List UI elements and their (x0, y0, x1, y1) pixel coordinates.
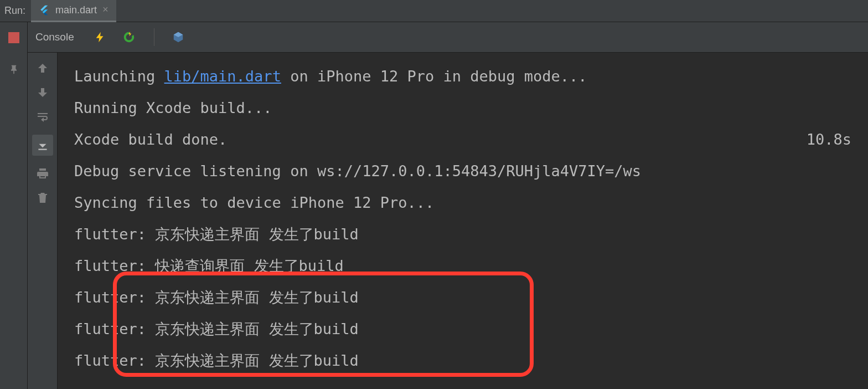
scroll-to-end-button[interactable] (32, 135, 53, 156)
console-gutter (28, 53, 58, 389)
run-tab[interactable]: main.dart × (31, 0, 116, 22)
console-line: Launching lib/main.dart on iPhone 12 Pro… (74, 60, 851, 92)
flutter-icon (39, 4, 50, 16)
console-line: Xcode build done.10.8s (74, 124, 851, 155)
hot-restart-icon[interactable] (122, 30, 136, 44)
console-line: Running Xcode build... (74, 92, 851, 124)
soft-wrap-icon[interactable] (36, 110, 49, 124)
left-gutter (0, 22, 28, 389)
text: on iPhone 12 Pro in debug mode... (281, 68, 587, 85)
text: Launching (74, 68, 164, 85)
pin-icon[interactable] (8, 64, 19, 75)
close-icon[interactable]: × (102, 4, 108, 16)
console-line: flutter: 京东快递主界面 发生了build (74, 313, 851, 345)
console-output[interactable]: Launching lib/main.dart on iPhone 12 Pro… (58, 53, 868, 389)
console-line: flutter: 京东快递主界面 发生了build (74, 218, 851, 250)
arrow-up-icon[interactable] (36, 62, 49, 75)
main-area: Console (0, 22, 868, 389)
arrow-down-icon[interactable] (36, 86, 49, 99)
console-toolbar: Console (28, 22, 868, 53)
console-line: Debug service listening on ws://127.0.0.… (74, 155, 851, 187)
console-line: flutter: 京东快递主界面 发生了build (74, 345, 851, 376)
console-line: flutter: 快递查询界面 发生了build (74, 250, 851, 281)
console-line: flutter: 京东快递主界面 发生了build (74, 281, 851, 313)
content-right: Console (28, 22, 868, 389)
file-link[interactable]: lib/main.dart (164, 68, 281, 85)
print-icon[interactable] (36, 167, 49, 180)
run-header: Run: main.dart × (0, 0, 868, 22)
devtools-icon[interactable] (172, 31, 184, 43)
run-label: Run: (0, 5, 31, 17)
tab-label: main.dart (55, 4, 97, 16)
build-time: 10.8s (807, 124, 851, 155)
console-body: Launching lib/main.dart on iPhone 12 Pro… (28, 53, 868, 389)
toolbar-divider (154, 28, 154, 46)
console-line: Syncing files to device iPhone 12 Pro... (74, 187, 851, 218)
hot-reload-icon[interactable] (94, 31, 106, 43)
stop-button[interactable] (8, 32, 19, 43)
trash-icon[interactable] (36, 191, 49, 204)
text: Xcode build done. (74, 131, 227, 148)
console-label: Console (35, 31, 74, 43)
